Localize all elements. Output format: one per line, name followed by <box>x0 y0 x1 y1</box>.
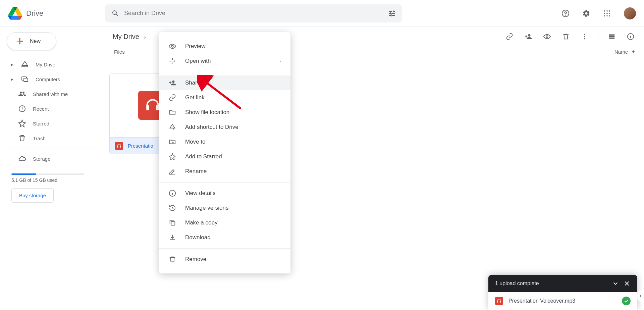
file-name: Presentatio <box>128 143 153 149</box>
account-avatar[interactable] <box>624 7 636 19</box>
nav-shared[interactable]: Shared with me <box>3 87 97 101</box>
info-icon <box>169 190 176 197</box>
menu-make-copy[interactable]: Make a copy <box>159 215 290 230</box>
toast-close-button[interactable] <box>623 280 631 287</box>
menu-share[interactable]: Share <box>159 75 290 90</box>
menu-manage-versions[interactable]: Manage versions <box>159 201 290 215</box>
nav-list: ▶My Drive ▶Computers Shared with me Rece… <box>3 57 97 146</box>
upload-success-icon <box>622 297 631 305</box>
menu-label: Share <box>185 80 200 86</box>
new-button[interactable]: New <box>7 32 56 50</box>
trash-icon <box>562 33 570 40</box>
menu-get-link[interactable]: Get link <box>159 90 290 105</box>
audio-file-icon <box>144 97 161 114</box>
menu-show-location[interactable]: Show file location <box>159 105 290 120</box>
computers-icon <box>21 75 29 83</box>
svg-point-14 <box>546 36 548 38</box>
toast-file-row[interactable]: Presentation Voiceover.mp3 <box>488 292 637 310</box>
folder-icon <box>169 109 176 116</box>
search-input[interactable] <box>124 10 383 17</box>
menu-label: Get link <box>185 94 205 101</box>
preview-button[interactable] <box>540 30 554 43</box>
audio-file-icon <box>495 297 503 305</box>
more-vert-icon <box>581 33 588 40</box>
nav-label: My Drive <box>36 62 55 67</box>
chevron-left-icon <box>638 294 643 298</box>
search-options-icon[interactable] <box>388 9 396 17</box>
menu-download[interactable]: Download <box>159 230 290 245</box>
details-button[interactable] <box>624 30 637 43</box>
toolbar-actions <box>503 30 637 43</box>
divider <box>159 182 290 183</box>
svg-point-3 <box>606 10 608 11</box>
person-add-icon <box>525 33 532 40</box>
nav-label: Starred <box>33 121 49 126</box>
divider <box>159 72 290 72</box>
cloud-icon <box>18 155 26 163</box>
menu-move-to[interactable]: Move to <box>159 135 290 149</box>
toast-file-name: Presentation Voiceover.mp3 <box>508 298 616 304</box>
share-button[interactable] <box>522 30 535 43</box>
menu-remove[interactable]: Remove <box>159 252 290 267</box>
menu-label: Remove <box>185 256 206 263</box>
star-icon <box>18 119 26 127</box>
menu-label: Add shortcut to Drive <box>185 124 238 131</box>
search-bar[interactable] <box>105 4 402 22</box>
folder-move-icon <box>169 138 176 146</box>
app-name: Drive <box>26 9 43 18</box>
trash-icon <box>169 256 176 263</box>
settings-button[interactable] <box>580 7 593 20</box>
svg-point-1 <box>566 15 566 15</box>
delete-button[interactable] <box>559 30 573 43</box>
menu-add-starred[interactable]: Add to Starred <box>159 149 290 164</box>
nav-computers[interactable]: ▶Computers <box>3 72 97 87</box>
svg-point-2 <box>604 10 605 11</box>
svg-point-19 <box>171 45 173 47</box>
sort-by-name[interactable]: Name <box>614 49 636 55</box>
nav-my-drive[interactable]: ▶My Drive <box>3 57 97 72</box>
nav-starred[interactable]: Starred <box>3 116 97 131</box>
nav-storage[interactable]: Storage <box>3 151 97 166</box>
expand-icon[interactable]: ▶ <box>10 63 14 66</box>
eye-icon <box>543 33 551 40</box>
drive-shortcut-icon <box>169 123 176 131</box>
files-label: Files <box>114 49 125 55</box>
plus-icon <box>15 37 24 46</box>
get-link-button[interactable] <box>503 30 516 43</box>
buy-storage-button[interactable]: Buy storage <box>11 188 54 203</box>
menu-view-details[interactable]: View details <box>159 186 290 201</box>
nav-label: Storage <box>33 156 51 162</box>
storage-text: 5.1 GB of 15 GB used <box>11 177 89 183</box>
chevron-right-icon: › <box>279 58 281 64</box>
help-button[interactable] <box>559 7 572 20</box>
toast-title: 1 upload complete <box>495 280 608 287</box>
menu-label: Move to <box>185 139 205 145</box>
apps-button[interactable] <box>600 7 614 20</box>
apps-grid-icon <box>603 10 611 17</box>
nav-trash[interactable]: Trash <box>3 131 97 146</box>
gear-icon <box>582 9 590 17</box>
toast-collapse-button[interactable] <box>612 280 619 287</box>
chevron-down-icon <box>612 280 619 287</box>
view-list-button[interactable] <box>605 30 619 43</box>
info-icon <box>627 33 634 40</box>
logo[interactable]: Drive <box>8 7 105 20</box>
toast-header: 1 upload complete <box>488 275 637 292</box>
menu-add-shortcut[interactable]: Add shortcut to Drive <box>159 120 290 135</box>
menu-rename[interactable]: Rename <box>159 164 290 179</box>
menu-preview[interactable]: Preview <box>159 39 290 54</box>
more-button[interactable] <box>578 30 591 43</box>
menu-open-with[interactable]: Open with› <box>159 54 290 68</box>
expand-icon[interactable]: ▶ <box>10 78 14 81</box>
breadcrumb[interactable]: My Drive › <box>113 33 146 41</box>
chevron-right-icon: › <box>144 33 146 41</box>
breadcrumb-root[interactable]: My Drive <box>113 33 139 41</box>
svg-point-16 <box>584 36 585 37</box>
search-icon <box>111 9 119 17</box>
svg-point-10 <box>609 15 610 16</box>
svg-rect-21 <box>171 221 175 225</box>
trash-icon <box>18 134 26 142</box>
menu-label: Download <box>185 234 211 241</box>
nav-recent[interactable]: Recent <box>3 101 97 116</box>
drive-logo-icon <box>8 7 22 20</box>
